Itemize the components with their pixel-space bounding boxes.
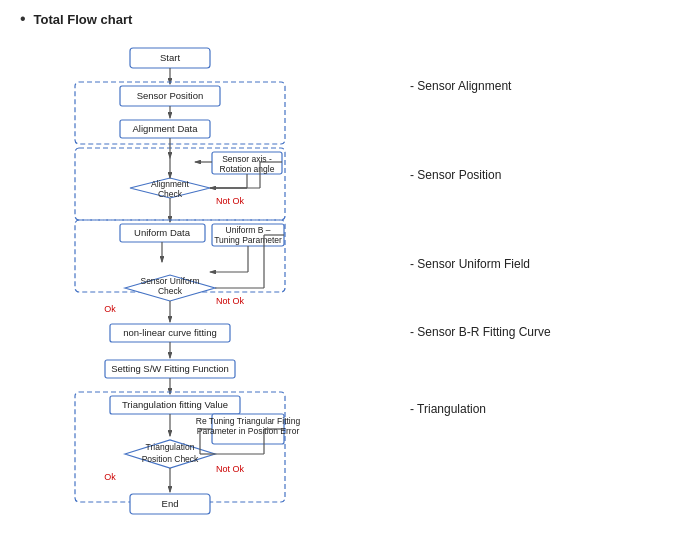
bullet: • <box>20 10 26 28</box>
svg-text:Sensor axis -: Sensor axis - <box>222 154 272 164</box>
header: • Total Flow chart <box>20 10 671 28</box>
label-triangulation: - Triangulation <box>410 401 630 418</box>
label-sensor-position: - Sensor Position <box>410 167 630 184</box>
svg-text:Check: Check <box>158 189 183 199</box>
flowchart: Start Sensor Position Alignment Data Sen… <box>20 40 400 532</box>
svg-text:Rotation angle: Rotation angle <box>220 164 275 174</box>
svg-text:Start: Start <box>160 52 180 63</box>
svg-text:Uniform Data: Uniform Data <box>134 227 191 238</box>
svg-text:Sensor Uniform: Sensor Uniform <box>140 276 199 286</box>
label-sensor-alignment: - Sensor Alignment <box>410 78 630 95</box>
page-title: Total Flow chart <box>34 12 133 27</box>
svg-text:Ok: Ok <box>104 472 116 482</box>
svg-text:Not Ok: Not Ok <box>216 196 245 206</box>
svg-text:non-linear curve fitting: non-linear curve fitting <box>123 327 216 338</box>
svg-text:Uniform B –: Uniform B – <box>226 225 271 235</box>
svg-text:Triangulation: Triangulation <box>146 442 195 452</box>
svg-text:Sensor Position: Sensor Position <box>137 90 204 101</box>
svg-text:Position Check: Position Check <box>142 454 199 464</box>
svg-text:Re Tuning Triangular Fitting: Re Tuning Triangular Fitting <box>196 416 301 426</box>
label-sensor-brcurve: - Sensor B-R Fitting Curve <box>410 324 630 341</box>
labels-column: - Sensor Alignment - Sensor Position - S… <box>410 40 630 418</box>
svg-text:Triangulation fitting Value: Triangulation fitting Value <box>122 399 228 410</box>
label-sensor-uniform: - Sensor Uniform Field <box>410 256 630 273</box>
svg-text:Alignment Data: Alignment Data <box>133 123 199 134</box>
svg-text:Tuning Parameter: Tuning Parameter <box>214 235 282 245</box>
svg-text:Ok: Ok <box>104 304 116 314</box>
svg-text:Parameter in Position Error: Parameter in Position Error <box>197 426 300 436</box>
svg-text:Setting S/W Fitting Function: Setting S/W Fitting Function <box>111 363 229 374</box>
svg-text:End: End <box>162 498 179 509</box>
svg-text:Not Ok: Not Ok <box>216 464 245 474</box>
main-content: Start Sensor Position Alignment Data Sen… <box>20 40 671 532</box>
svg-text:Alignment: Alignment <box>151 179 189 189</box>
svg-text:Check: Check <box>158 286 183 296</box>
svg-text:Not Ok: Not Ok <box>216 296 245 306</box>
